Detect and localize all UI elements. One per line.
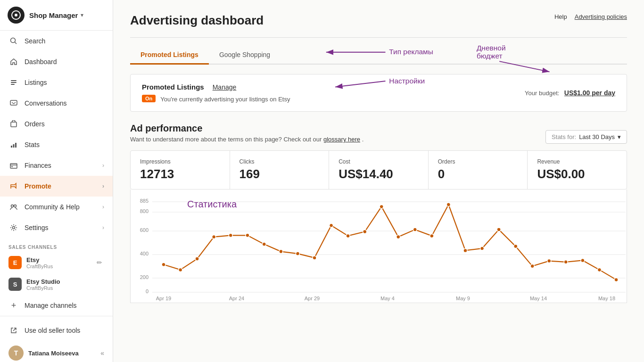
svg-point-55 [279,250,283,254]
cost-label: Cost [339,158,419,165]
svg-point-1 [15,14,17,16]
tab-promoted-listings[interactable]: Promoted Listings [130,46,209,65]
sidebar-item-stats[interactable]: Stats [0,134,113,155]
channel-etsy[interactable]: E Etsy CraftByRus ✏ [0,252,113,273]
tab-google-shopping[interactable]: Google Shopping [209,46,281,65]
svg-rect-7 [10,100,17,105]
conversations-icon [8,98,19,108]
impressions-label: Impressions [140,158,220,165]
sidebar-label-search: Search [25,37,45,45]
add-icon: + [8,300,19,311]
svg-point-63 [413,228,417,231]
sidebar-item-search[interactable]: Search [0,31,113,51]
etsy-channel-texts: Etsy CraftByRus [26,256,95,269]
svg-rect-5 [11,82,17,83]
sidebar-label-stats: Stats [25,141,40,148]
cost-value: US$14.40 [339,167,419,181]
studio-channel-icon: S [8,278,22,291]
finances-icon [8,160,19,171]
promo-description: You're currently advertising your listin… [160,96,290,103]
sidebar-item-listings[interactable]: Listings [0,72,113,93]
sidebar-item-dashboard[interactable]: Dashboard [0,51,113,72]
stats-annotation: Статистика [187,199,237,210]
svg-text:800: 800 [140,208,149,214]
sidebar-label-orders: Orders [25,120,45,128]
studio-channel-name: Etsy Studio [26,278,104,285]
user-avatar: T [8,346,24,361]
sidebar-label-conversations: Conversations [25,99,67,107]
svg-text:Apr 29: Apr 29 [305,296,320,301]
use-old-tools[interactable]: Use old seller tools [0,320,113,341]
page-title: Advertising dashboard [130,13,264,28]
manage-channels-label: Manage channels [25,302,77,309]
sidebar-label-listings: Listings [25,79,47,86]
svg-point-74 [597,268,601,272]
etsy-channel-icon: E [8,256,22,269]
glossary-link[interactable]: glossary here [323,136,360,143]
svg-text:May 18: May 18 [598,296,615,301]
external-link-icon [8,325,19,336]
promo-manage-link[interactable]: Manage [213,83,237,91]
main-content: Advertising dashboard Help Advertising p… [113,0,644,362]
header-links: Help Advertising policies [554,13,627,20]
promote-icon [8,181,19,191]
svg-rect-4 [11,80,17,81]
user-name: Tatiana Moiseeva [28,350,79,357]
etsy-edit-button[interactable]: ✏ [95,257,104,268]
sidebar: Shop Manager ▾ Search Dashboard Listings [0,0,113,362]
community-icon [8,202,19,212]
svg-text:400: 400 [140,251,149,256]
svg-rect-9 [11,146,12,148]
user-profile[interactable]: T Tatiana Moiseeva « [0,341,113,362]
sidebar-item-settings[interactable]: Settings › [0,217,113,238]
metric-impressions: Impressions 12713 [131,151,230,189]
sales-channels-label: SALES CHANNELS [0,238,113,252]
svg-point-62 [396,235,400,239]
metric-orders: Orders 0 [429,151,528,189]
svg-text:Apr 24: Apr 24 [229,296,244,301]
orders-icon [8,119,19,129]
stats-for-value: Last 30 Days [579,133,615,140]
sidebar-item-conversations[interactable]: Conversations [0,93,113,114]
svg-text:0: 0 [146,288,149,294]
sidebar-label-promote: Promote [25,182,51,190]
svg-text:Apr 19: Apr 19 [156,296,171,301]
svg-point-2 [11,38,16,43]
sidebar-collapse-button[interactable]: « [100,349,104,357]
etsy-channel-name: Etsy [26,256,95,263]
svg-point-60 [363,230,367,234]
revenue-value: US$0.00 [537,167,617,181]
sidebar-item-community[interactable]: Community & Help › [0,197,113,217]
tabs-section: Promoted Listings Google Shopping [130,46,627,65]
svg-point-48 [162,263,165,266]
page-header: Advertising dashboard Help Advertising p… [130,13,627,28]
shop-logo [8,7,25,24]
clicks-label: Clicks [239,158,320,165]
search-icon [8,36,19,46]
sidebar-item-finances[interactable]: Finances › [0,155,113,176]
on-badge: On [142,95,156,102]
stats-filter-dropdown[interactable]: Stats for: Last 30 Days ▾ [545,130,627,144]
sidebar-navigation: Search Dashboard Listings Conversations [0,31,113,238]
svg-point-66 [463,248,467,252]
budget-value[interactable]: US$1.00 per day [564,89,615,97]
sidebar-label-settings: Settings [25,224,49,231]
advertising-policies-link[interactable]: Advertising policies [575,13,627,20]
shop-manager-header[interactable]: Shop Manager ▾ [0,0,113,31]
header-divider [130,37,627,38]
sidebar-bottom: Use old seller tools T Tatiana Moiseeva … [0,316,113,362]
svg-point-50 [195,257,199,261]
ad-performance-subtitle: Want to understand more about the terms … [130,136,363,143]
svg-rect-8 [11,122,17,127]
svg-text:May 14: May 14 [530,296,547,301]
svg-point-57 [313,256,316,260]
svg-point-51 [212,235,216,239]
sidebar-item-promote[interactable]: Promote › [0,176,113,197]
channel-etsy-studio[interactable]: S Etsy Studio CraftByRus [0,273,113,295]
studio-channel-sub: CraftByRus [26,285,104,291]
promote-chevron: › [102,183,104,189]
sidebar-item-orders[interactable]: Orders [0,114,113,134]
manage-channels[interactable]: + Manage channels [0,295,113,316]
help-link[interactable]: Help [554,13,567,20]
use-old-tools-label: Use old seller tools [25,327,80,334]
